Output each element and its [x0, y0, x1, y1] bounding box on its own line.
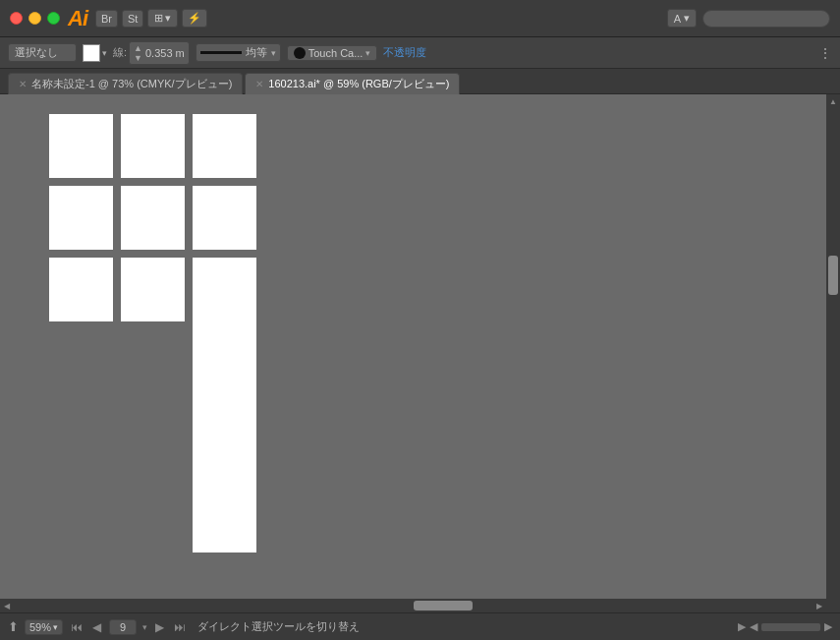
touch-ca-selector[interactable]: Touch Ca... ▾	[287, 45, 378, 61]
chevron-down-icon[interactable]: ▾	[102, 48, 107, 58]
scroll-left-button[interactable]: ◀	[0, 599, 14, 612]
scroll-up-button[interactable]: ▲	[826, 94, 840, 108]
play-button[interactable]: ▶	[738, 620, 746, 633]
minimize-button[interactable]	[28, 12, 41, 25]
fill-swatch[interactable]	[83, 44, 100, 62]
tall-rectangle	[193, 258, 256, 553]
chevron-down-icon[interactable]: ▾	[142, 622, 147, 632]
tab-label-1: 160213.ai* @ 59% (RGB/プレビュー)	[268, 77, 449, 91]
scrollbar-vertical[interactable]: ▲ ▼	[826, 94, 840, 612]
toolbar: 選択なし ▾ 線: ▲▼ 0.353 m 均等 ▾ Touch Ca... ▾ …	[0, 37, 840, 69]
stroke-label: 線:	[113, 45, 127, 60]
touch-ca-circle	[294, 47, 306, 59]
stroke-value: 0.353 m	[145, 47, 185, 59]
stroke-style-selector[interactable]: 均等 ▾	[196, 43, 281, 62]
color-swatch-group: ▾	[83, 44, 107, 62]
grid-cell-6	[49, 258, 113, 321]
export-icon[interactable]: ⬆	[8, 619, 19, 634]
tab-close-1[interactable]: ✕	[255, 79, 263, 89]
grid-cell-4	[121, 186, 185, 250]
grid-icon: ⊞	[154, 12, 163, 25]
app-icon: Ai	[68, 8, 87, 29]
titlebar-tools: Br St ⊞ ▾ ⚡	[95, 9, 207, 28]
scrollbar-horizontal[interactable]: ◀ ▶	[0, 599, 826, 612]
titlebar-right: A ▾	[667, 9, 830, 28]
tab-close-0[interactable]: ✕	[19, 79, 27, 89]
tab-1[interactable]: ✕ 160213.ai* @ 59% (RGB/プレビュー)	[245, 73, 460, 94]
grid-layout	[49, 114, 256, 321]
tab-label-0: 名称未設定-1 @ 73% (CMYK/プレビュー)	[31, 77, 232, 91]
opacity-label[interactable]: 不透明度	[383, 45, 426, 60]
selection-label: 選択なし	[8, 43, 77, 62]
grid-cell-2	[193, 114, 256, 178]
chevron-down-icon: ▾	[684, 12, 690, 25]
font-label: A	[674, 13, 681, 25]
stroke-field: 線: ▲▼ 0.353 m	[113, 41, 190, 65]
chevron-down-icon[interactable]: ▾	[271, 48, 276, 58]
titlebar: Ai Br St ⊞ ▾ ⚡ A ▾	[0, 0, 840, 37]
back-button[interactable]: ◀	[750, 620, 757, 633]
status-right: ▶ ◀ ▶	[738, 620, 832, 633]
workspace-button[interactable]: ⊞ ▾	[147, 9, 178, 28]
touch-ca-label: Touch Ca...	[308, 47, 364, 59]
grid-cell-5	[193, 186, 256, 250]
sync-icon: ⚡	[188, 12, 201, 24]
zoom-value: 59%	[29, 621, 51, 633]
stepper-up-icon[interactable]: ▲▼	[134, 43, 142, 63]
stroke-line-group: 均等 ▾	[196, 43, 281, 62]
scroll-right-button[interactable]: ▶	[812, 599, 826, 612]
prev-page-button[interactable]: ◀	[90, 620, 103, 634]
chevron-down-icon[interactable]: ▾	[365, 48, 370, 58]
page-input[interactable]: 9	[109, 619, 137, 635]
sync-button[interactable]: ⚡	[182, 9, 207, 28]
chevron-down-icon: ▾	[53, 622, 58, 632]
overflow-button[interactable]: ⋮	[818, 45, 832, 61]
scrollbar-thumb-v[interactable]	[828, 256, 838, 295]
tab-0[interactable]: ✕ 名称未設定-1 @ 73% (CMYK/プレビュー)	[8, 73, 243, 94]
stroke-line-preview	[200, 51, 242, 54]
traffic-lights	[10, 12, 60, 25]
next-page-button[interactable]: ▶	[153, 620, 166, 634]
chevron-down-icon: ▾	[165, 12, 171, 25]
page-nav-dropdown[interactable]: ▾	[142, 622, 147, 632]
maximize-button[interactable]	[47, 12, 60, 25]
st-button[interactable]: St	[122, 10, 143, 28]
last-page-button[interactable]: ⏭	[172, 620, 188, 634]
forward-button[interactable]: ▶	[824, 620, 832, 633]
status-message: ダイレクト選択ツールを切り替え	[197, 619, 360, 634]
scrollbar-track-h[interactable]	[14, 599, 812, 612]
tall-rect-placeholder	[193, 258, 256, 321]
zoom-selector[interactable]: 59% ▾	[25, 619, 63, 635]
font-selector[interactable]: A ▾	[667, 9, 697, 28]
first-page-button[interactable]: ⏮	[69, 620, 84, 634]
br-button[interactable]: Br	[95, 10, 118, 28]
grid-cell-7	[121, 258, 185, 321]
canvas-wrapper	[49, 114, 256, 321]
scrollbar-thumb-h[interactable]	[414, 601, 473, 611]
artboard-content	[0, 94, 826, 599]
scroll-corner	[826, 599, 840, 612]
tabs: ✕ 名称未設定-1 @ 73% (CMYK/プレビュー) ✕ 160213.ai…	[0, 69, 840, 94]
close-button[interactable]	[10, 12, 23, 25]
canvas-area: ▲ ▼ ◀ ▶	[0, 94, 840, 612]
grid-cell-1	[121, 114, 185, 178]
grid-cell-0	[49, 114, 113, 178]
grid-cell-3	[49, 186, 113, 250]
progress-bar	[761, 623, 820, 631]
shapes-container	[49, 114, 256, 321]
scrollbar-track-v[interactable]	[826, 108, 840, 599]
search-input[interactable]	[702, 10, 830, 28]
statusbar: ⬆ 59% ▾ ⏮ ◀ 9 ▾ ▶ ⏭ ダイレクト選択ツールを切り替え ▶ ◀ …	[0, 612, 840, 640]
stroke-option: 均等	[246, 45, 267, 60]
